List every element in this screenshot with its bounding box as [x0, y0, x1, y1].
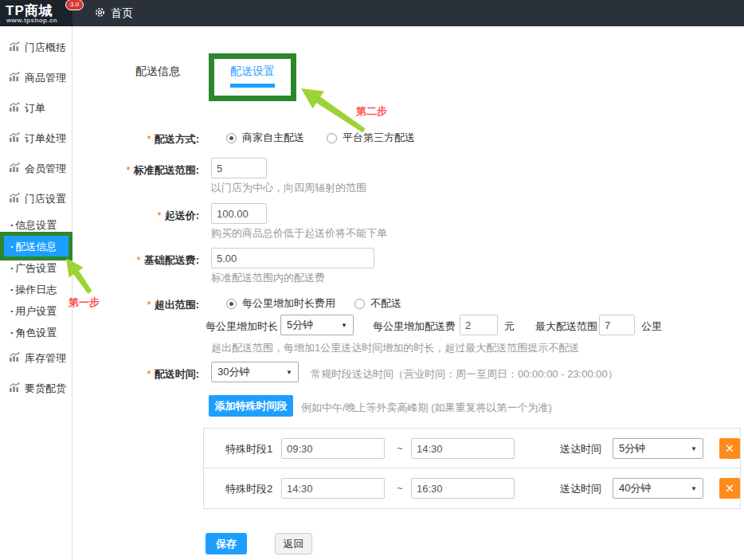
sidebar-item-label: 配送信息	[15, 240, 57, 254]
per-km-time-select[interactable]: 5分钟 ▼	[280, 315, 354, 335]
bar-chart-icon	[9, 72, 21, 84]
sidebar-item-label: 信息设置	[15, 218, 57, 233]
bar-chart-icon	[9, 41, 21, 54]
home-label: 首页	[111, 6, 133, 21]
field-label-delivery-method: *配送方式:	[72, 132, 199, 147]
special-period-label: 特殊时段1	[225, 442, 272, 456]
required-asterisk: *	[147, 299, 151, 311]
radio-icon[interactable]	[226, 299, 237, 309]
sidebar-item-info-settings[interactable]: 信息设置	[0, 214, 72, 236]
radio-icon[interactable]	[327, 133, 337, 143]
arrive-time-label: 送达时间	[560, 482, 601, 496]
bar-chart-icon	[9, 193, 21, 206]
sidebar-item-role-settings[interactable]: 角色设置	[0, 322, 72, 343]
delivery-time-select[interactable]: 30分钟 ▼	[211, 362, 299, 382]
sidebar-item-label: 订单处理	[25, 131, 66, 146]
sidebar-item-label: 门店设置	[25, 192, 66, 206]
special-period-row-1: 特殊时段1 ~ 送达时间 5分钟 ▼ ✕	[204, 429, 740, 468]
close-icon: ✕	[725, 442, 734, 455]
sidebar-item-product-management[interactable]: 商品管理	[0, 63, 72, 93]
arrive-time-select[interactable]: 5分钟 ▼	[613, 438, 703, 459]
bar-chart-icon	[9, 163, 21, 175]
per-km-time-label: 每公里增加时长	[206, 319, 278, 334]
sidebar-item-label: 要货配货	[25, 382, 66, 396]
page-title: 配送信息	[135, 65, 180, 79]
radio-merchant-self-delivery[interactable]: 商家自主配送	[226, 131, 304, 145]
per-km-fee-label: 每公里增加配送费	[373, 319, 456, 334]
arrive-time-label: 送达时间	[560, 442, 601, 456]
add-special-period-hint: 例如中午/晚上等外卖高峰期 (如果重复将以第一个为准)	[301, 401, 552, 415]
min-order-input[interactable]	[211, 203, 267, 224]
sidebar-item-label: 会员管理	[25, 162, 66, 176]
sidebar-item-ad-settings[interactable]: 广告设置	[0, 257, 72, 279]
beyond-range-hint: 超出配送范围，每增加1公里送达时间增加的时长，超过最大配送范围提示不配送	[211, 341, 579, 355]
sidebar-item-operation-log[interactable]: 操作日志	[0, 279, 72, 300]
field-label-base-fee: *基础配送费:	[72, 253, 199, 268]
delivery-method-radio-group: 商家自主配送 平台第三方配送	[226, 131, 415, 145]
bar-chart-icon	[9, 102, 21, 115]
sidebar-item-order-processing[interactable]: 订单处理	[0, 123, 72, 154]
max-range-label: 最大配送范围	[535, 319, 597, 334]
beyond-range-radio-group: 每公里增加时长费用 不配送	[226, 296, 401, 311]
min-order-hint: 购买的商品总价低于起送价将不能下单	[211, 226, 387, 241]
sidebar-item-label: 库存管理	[25, 351, 66, 366]
delete-row-button[interactable]: ✕	[719, 438, 740, 459]
bar-chart-icon	[9, 352, 21, 365]
sidebar: 门店概括 商品管理 订单 订单处理 会员管理 门店设置 信息设置 配送信息 广告…	[0, 26, 72, 560]
topbar-home-menu[interactable]: 首页	[94, 0, 133, 26]
delivery-time-hint: 常规时段送达时间（营业时间：周一至周日：00:00:00 - 23:00:00）	[311, 367, 618, 382]
radio-per-km-time-fee[interactable]: 每公里增加时长费用	[226, 296, 335, 311]
arrive-time-select[interactable]: 40分钟 ▼	[613, 478, 703, 499]
special-period-to-input[interactable]	[411, 438, 515, 459]
radio-platform-third-party[interactable]: 平台第三方配送	[327, 131, 415, 145]
annotation-step1: 第一步	[69, 296, 100, 310]
annotation-green-box-tab: 配送设置	[209, 53, 296, 101]
required-asterisk: *	[137, 254, 141, 266]
range-tilde: ~	[397, 482, 403, 494]
standard-range-hint: 以门店为中心，向四周辐射的范围	[211, 181, 366, 195]
bar-chart-icon	[9, 132, 21, 145]
logo[interactable]: TP商城 www.tpshop.cn	[0, 0, 72, 26]
max-range-input[interactable]	[599, 315, 635, 335]
special-period-from-input[interactable]	[281, 438, 385, 459]
back-button[interactable]: 返回	[275, 533, 312, 554]
sidebar-item-store-overview[interactable]: 门店概括	[0, 33, 72, 63]
standard-range-input[interactable]	[211, 158, 267, 178]
max-range-unit: 公里	[641, 319, 662, 334]
sidebar-item-goods-requisition[interactable]: 要货配货	[0, 374, 72, 404]
sidebar-item-label: 门店概括	[25, 41, 66, 55]
sidebar-item-delivery-info[interactable]: 配送信息	[0, 236, 72, 257]
required-asterisk: *	[127, 164, 131, 176]
base-fee-input[interactable]	[211, 248, 374, 268]
per-km-fee-unit: 元	[504, 319, 515, 334]
tab-delivery-settings[interactable]: 配送设置	[230, 65, 275, 79]
field-label-standard-range: *标准配送范围:	[72, 163, 199, 178]
add-special-period-button[interactable]: 添加特殊时间段	[209, 395, 293, 417]
sidebar-item-store-settings[interactable]: 门店设置	[0, 184, 72, 214]
topbar: TP商城 www.tpshop.cn 3.0 首页	[0, 0, 744, 26]
per-km-fee-input[interactable]	[460, 315, 498, 335]
sidebar-item-label: 商品管理	[25, 71, 66, 85]
delete-row-button[interactable]: ✕	[719, 478, 740, 499]
radio-icon[interactable]	[354, 299, 365, 309]
required-asterisk: *	[158, 210, 162, 221]
radio-no-delivery[interactable]: 不配送	[354, 296, 401, 311]
save-button[interactable]: 保存	[206, 533, 247, 554]
chevron-down-icon: ▼	[691, 485, 697, 492]
required-asterisk: *	[147, 368, 151, 380]
sidebar-item-member-management[interactable]: 会员管理	[0, 154, 72, 184]
special-period-to-input[interactable]	[411, 478, 515, 499]
sidebar-item-orders[interactable]: 订单	[0, 93, 72, 123]
gear-icon	[94, 6, 106, 21]
base-fee-hint: 标准配送范围内的配送费	[211, 271, 325, 285]
sidebar-item-user-settings[interactable]: 用户设置	[0, 300, 72, 322]
chevron-down-icon: ▼	[286, 369, 292, 376]
bar-chart-icon	[9, 382, 21, 395]
radio-icon[interactable]	[226, 133, 237, 143]
sidebar-item-inventory-management[interactable]: 库存管理	[0, 343, 72, 374]
chevron-down-icon: ▼	[691, 445, 697, 452]
special-period-from-input[interactable]	[281, 478, 385, 499]
range-tilde: ~	[397, 442, 403, 454]
admin-page: TP商城 www.tpshop.cn 3.0 首页 门店概括 商品管理 订单	[0, 0, 744, 560]
required-asterisk: *	[147, 133, 151, 145]
